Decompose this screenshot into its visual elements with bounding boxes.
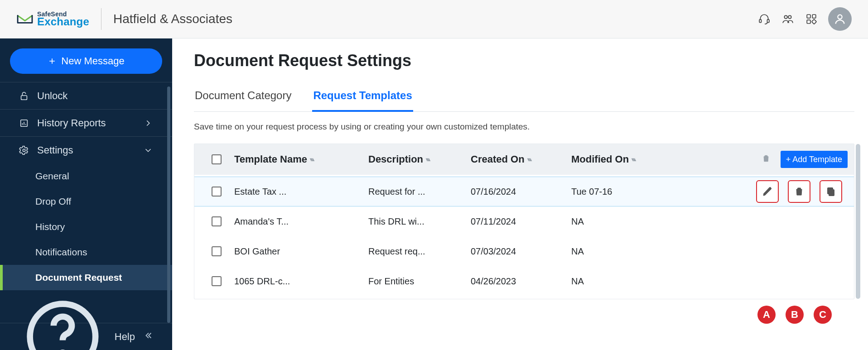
unlock-icon (19, 91, 29, 101)
svg-rect-5 (812, 14, 816, 18)
svg-point-11 (23, 149, 25, 152)
envelope-icon (16, 12, 34, 26)
tab-document-category[interactable]: Document Category (194, 83, 292, 111)
svg-rect-1 (767, 19, 769, 23)
table-row[interactable]: Estate Tax ...Request for ...07/16/2024T… (194, 177, 854, 206)
sidebar-label-unlock: Unlock (37, 90, 68, 102)
sidebar-label-history-reports: History Reports (37, 117, 106, 129)
cell-modified-on: NA (571, 216, 750, 227)
org-name: Hatfield & Associates (113, 12, 232, 26)
delete-button[interactable] (788, 180, 810, 203)
col-header-template-name[interactable]: Template Name▾▴ (234, 153, 368, 165)
annotation-badges: A B C (194, 299, 854, 326)
sidebar-item-drop-off[interactable]: Drop Off (0, 189, 172, 214)
cell-description: This DRL wi... (368, 216, 471, 227)
users-icon[interactable] (781, 12, 795, 26)
sidebar-item-document-request[interactable]: Document Request (0, 265, 172, 290)
tabs: Document Category Request Templates (194, 83, 854, 112)
sort-icon: ▾▴ (527, 156, 531, 163)
tab-description: Save time on your request process by usi… (194, 122, 854, 132)
svg-point-3 (788, 15, 791, 19)
sort-icon: ▾▴ (310, 156, 313, 163)
sidebar-label-help: Help (115, 331, 135, 343)
cell-template-name: Estate Tax ... (234, 187, 368, 197)
sidebar-item-unlock[interactable]: Unlock (0, 82, 172, 109)
sidebar-item-history-reports[interactable]: History Reports (0, 109, 172, 136)
svg-point-8 (838, 15, 842, 19)
app-logo: SafeSend Exchange (16, 11, 89, 27)
svg-rect-9 (21, 96, 27, 100)
new-message-label: New Message (61, 55, 124, 67)
logo-text-line2: Exchange (37, 16, 89, 27)
col-header-description[interactable]: Description▾▴ (368, 153, 471, 165)
sidebar-item-general[interactable]: General (0, 163, 172, 189)
topbar-right (757, 7, 852, 31)
sort-icon: ▾▴ (632, 156, 635, 163)
cell-description: Request for ... (368, 187, 471, 197)
cell-template-name: BOI Gather (234, 246, 368, 257)
sidebar-label-document-request: Document Request (35, 272, 122, 283)
sort-icon: ▾▴ (426, 156, 429, 163)
topbar: SafeSend Exchange Hatfield & Associates (0, 0, 868, 38)
cell-template-name: 1065 DRL-c... (234, 276, 368, 287)
cell-description: Request req... (368, 246, 471, 257)
edit-button[interactable] (756, 180, 779, 203)
cell-modified-on: NA (571, 276, 750, 287)
sidebar-label-notifications: Notifications (35, 247, 87, 258)
sidebar-scroll: Unlock History Reports Settings General … (0, 82, 172, 323)
cell-modified-on: NA (571, 246, 750, 257)
chevron-right-icon (143, 118, 153, 128)
select-all-checkbox[interactable] (212, 154, 222, 164)
row-checkbox[interactable] (212, 246, 222, 256)
cell-created-on: 07/16/2024 (471, 187, 571, 197)
table-row[interactable]: Amanda's T...This DRL wi...07/11/2024NA (194, 206, 854, 236)
add-template-button[interactable]: + Add Template (781, 151, 848, 168)
avatar[interactable] (828, 7, 852, 31)
svg-rect-6 (807, 20, 810, 24)
sidebar-item-notifications[interactable]: Notifications (0, 240, 172, 265)
cell-created-on: 07/03/2024 (471, 246, 571, 257)
sidebar: New Message Unlock History Reports Setti… (0, 38, 172, 350)
svg-rect-0 (759, 19, 761, 23)
bulk-delete-icon[interactable] (762, 153, 771, 165)
annotation-c: C (814, 306, 832, 324)
cell-description: For Entities (368, 276, 471, 287)
table-row[interactable]: BOI GatherRequest req...07/03/2024NA (194, 236, 854, 266)
annotation-b: B (786, 306, 804, 324)
sidebar-item-settings[interactable]: Settings (0, 136, 172, 163)
sidebar-item-help[interactable]: Help (0, 323, 172, 350)
svg-rect-4 (807, 14, 810, 18)
cell-created-on: 07/11/2024 (471, 216, 571, 227)
page-title: Document Request Settings (194, 51, 854, 70)
new-message-button[interactable]: New Message (10, 48, 162, 74)
gear-icon (19, 145, 29, 155)
support-headset-icon[interactable] (757, 12, 771, 26)
row-checkbox[interactable] (212, 187, 222, 197)
table-body: Estate Tax ...Request for ...07/16/2024T… (194, 175, 854, 299)
col-header-created-on[interactable]: Created On▾▴ (471, 153, 571, 165)
row-checkbox[interactable] (212, 216, 222, 226)
svg-point-2 (784, 15, 787, 19)
table-header-row: Template Name▾▴ Description▾▴ Created On… (194, 144, 854, 175)
sidebar-label-settings: Settings (37, 144, 73, 156)
reports-icon (19, 118, 29, 128)
cell-created-on: 04/26/2023 (471, 276, 571, 287)
table-row[interactable]: 1065 DRL-c...For Entities04/26/2023NA (194, 266, 854, 296)
collapse-sidebar-icon[interactable] (143, 331, 153, 343)
table-scrollbar[interactable] (856, 144, 860, 299)
sidebar-item-history[interactable]: History (0, 214, 172, 240)
row-checkbox[interactable] (212, 276, 222, 286)
sidebar-label-general: General (35, 171, 69, 182)
apps-grid-icon[interactable] (805, 12, 818, 26)
svg-rect-15 (828, 188, 833, 194)
col-header-modified-on[interactable]: Modified On▾▴ (571, 153, 750, 165)
plus-icon (48, 57, 57, 66)
chevron-down-icon (143, 145, 153, 155)
cell-template-name: Amanda's T... (234, 216, 368, 227)
templates-table: Template Name▾▴ Description▾▴ Created On… (194, 144, 854, 299)
copy-button[interactable] (820, 180, 842, 203)
cell-modified-on: Tue 07-16 (571, 187, 750, 197)
annotation-a: A (757, 306, 776, 324)
tab-request-templates[interactable]: Request Templates (312, 83, 413, 112)
svg-rect-7 (812, 19, 817, 24)
